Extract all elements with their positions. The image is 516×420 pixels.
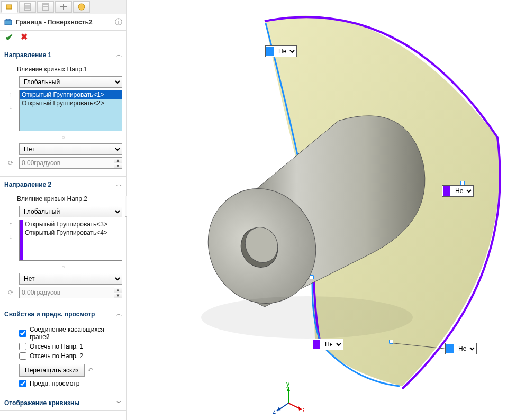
tab-4[interactable] (55, 1, 72, 13)
preview-label: Предв. просмотр (30, 380, 79, 387)
undo-icon[interactable]: ↶ (88, 367, 93, 374)
shadow (201, 296, 413, 339)
feature-header: Граница - Поверхность2 ⓘ (0, 14, 126, 31)
dir1-curve-influence-label: Влияние кривых Напр.1 (17, 66, 122, 73)
resize-dots[interactable]: ○ (4, 263, 122, 271)
dir2-move-down[interactable]: ↓ (6, 232, 15, 242)
dir2-curves-list[interactable]: Открытый Группировать<3> Открытый Группи… (19, 220, 122, 261)
dir2-angle-down[interactable]: ▼ (114, 293, 122, 298)
tab-2[interactable] (19, 1, 36, 13)
svg-text:x: x (303, 406, 304, 413)
svg-rect-9 (5, 20, 12, 25)
list-item[interactable]: Открытый Группировать<4> (23, 229, 122, 237)
callout-color-swatch (443, 186, 450, 196)
dir2-tangency[interactable]: Нет (19, 273, 122, 285)
preview-checkbox[interactable] (19, 380, 26, 387)
help-icon[interactable]: ⓘ (115, 17, 122, 27)
callout-color-swatch (313, 340, 320, 349)
dir1-angle-down[interactable]: ▼ (114, 163, 122, 168)
list-item[interactable]: Открытый Группировать<2> (20, 99, 122, 107)
merge-tangent-label: Соединение касающихся граней (30, 326, 114, 341)
dir2-influence-mode[interactable]: Глобальный (19, 206, 122, 217)
list-item[interactable]: Открытый Группировать<3> (23, 220, 122, 229)
tangency-callout[interactable]: Нет (445, 343, 477, 354)
dir1-curves-list[interactable]: Открытый Группировать<1> Открытый Группи… (19, 90, 122, 131)
dir1-move-up[interactable]: ↑ (6, 90, 15, 99)
svg-point-8 (78, 4, 85, 10)
list-item[interactable]: Открытый Группировать<1> (20, 90, 122, 99)
angle-icon: ⟳ (6, 158, 15, 168)
callout-tangency-select[interactable]: Нет (321, 339, 343, 350)
dir1-tangency[interactable]: Нет (19, 143, 122, 155)
tangency-callout[interactable]: Нет (442, 185, 474, 197)
accept-button[interactable]: ✔ (5, 33, 13, 42)
leader-dot[interactable] (460, 181, 465, 185)
svg-text:y: y (286, 382, 289, 388)
dir2-angle-up[interactable]: ▲ (114, 287, 122, 293)
dir1-angle-up[interactable]: ▲ (114, 158, 122, 163)
feature-name: Граница - Поверхность2 (16, 19, 115, 26)
section-options-header[interactable]: Свойства и предв. просмотр ︿ (0, 306, 126, 322)
cancel-button[interactable]: ✖ (21, 33, 28, 42)
svg-rect-2 (25, 5, 30, 9)
dir1-angle-input (19, 157, 114, 169)
trim-dir2-checkbox[interactable] (19, 352, 26, 360)
leader-dot[interactable] (310, 275, 314, 279)
callout-tangency-select[interactable]: Нет (454, 343, 476, 354)
callout-tangency-select[interactable]: Нет (274, 46, 296, 57)
chevron-up-icon: ︿ (116, 309, 122, 318)
callout-color-swatch (266, 47, 274, 56)
angle-icon: ⟳ (6, 288, 15, 297)
resize-dots[interactable]: ○ (4, 133, 122, 141)
merge-tangent-checkbox[interactable] (19, 330, 26, 337)
selection-color-bar (20, 220, 23, 260)
trim-dir2-label: Отсечь по Напр. 2 (30, 352, 83, 360)
chevron-down-icon: ﹀ (116, 398, 122, 407)
tangency-callout[interactable]: Нет (312, 339, 343, 350)
tab-3[interactable] (37, 1, 54, 13)
drag-sketch-button[interactable]: Перетащить эскиз (19, 364, 85, 377)
tangency-callout[interactable]: Нет (265, 45, 297, 57)
callout-color-swatch (446, 344, 454, 353)
callout-tangency-select[interactable]: Нет (451, 186, 473, 196)
section-direction2-header[interactable]: Направление 2 ︿ (0, 177, 126, 192)
boundary-surface-icon (4, 18, 13, 26)
chevron-up-icon: ︿ (116, 180, 122, 189)
dir1-influence-mode[interactable]: Глобальный (19, 76, 122, 88)
trim-dir1-label: Отсечь по Напр. 1 (30, 343, 83, 350)
dir1-move-down[interactable]: ↓ (6, 103, 15, 112)
view-triad[interactable]: x y z (273, 382, 304, 414)
dir2-curve-influence-label: Влияние кривых Напр.2 (17, 195, 122, 203)
svg-text:z: z (273, 408, 276, 414)
chevron-up-icon: ︿ (116, 50, 122, 59)
section-curvature-header[interactable]: Отображение кривизны ﹀ (0, 395, 126, 410)
svg-marker-14 (287, 387, 290, 391)
tab-feature[interactable] (1, 1, 18, 13)
tab-5[interactable] (73, 1, 90, 13)
graphics-viewport[interactable]: Нет Нет Нет Нет x y z (127, 0, 516, 420)
feature-tabs (0, 0, 126, 14)
svg-rect-0 (6, 5, 12, 9)
section-direction1-header[interactable]: Направление 1 ︿ (0, 47, 126, 62)
trim-dir1-checkbox[interactable] (19, 343, 26, 350)
dir2-move-up[interactable]: ↑ (6, 220, 15, 229)
dir2-angle-input (19, 287, 114, 298)
